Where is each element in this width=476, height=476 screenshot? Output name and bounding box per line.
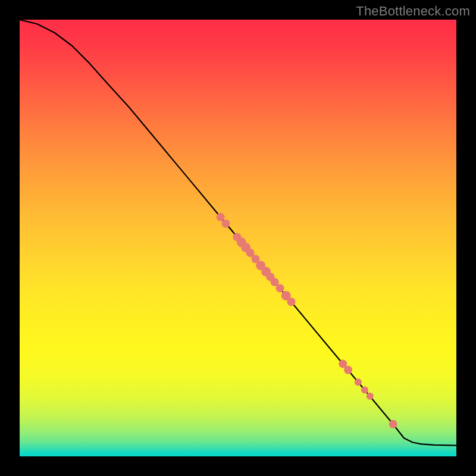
data-point [389, 420, 397, 428]
chart-svg [20, 20, 456, 456]
data-point [361, 386, 368, 393]
chart-stage: TheBottleneck.com [0, 0, 476, 476]
data-point [221, 220, 230, 228]
main-curve [20, 20, 456, 446]
data-point [367, 393, 374, 400]
data-point [276, 284, 284, 292]
watermark-text: TheBottleneck.com [356, 4, 470, 19]
plot-area [20, 20, 456, 456]
data-point [217, 213, 225, 221]
data-point [287, 298, 296, 306]
curve-layer [20, 20, 456, 446]
data-point [355, 378, 362, 386]
data-point [344, 366, 352, 374]
